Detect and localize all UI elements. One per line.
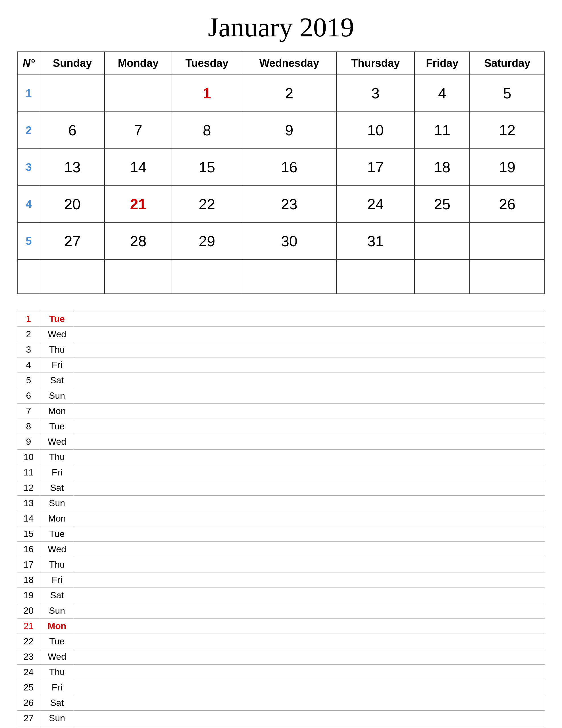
list-row: 25Fri xyxy=(17,680,545,695)
grid-day-cell: 30 xyxy=(242,223,336,260)
list-notes[interactable] xyxy=(74,695,545,711)
grid-day-cell: 25 xyxy=(414,186,470,223)
list-notes[interactable] xyxy=(74,465,545,480)
list-day-name: Mon xyxy=(40,726,74,728)
list-row: 24Thu xyxy=(17,665,545,680)
list-notes[interactable] xyxy=(74,511,545,526)
list-notes[interactable] xyxy=(74,665,545,680)
list-notes[interactable] xyxy=(74,480,545,496)
list-notes[interactable] xyxy=(74,404,545,419)
list-row: 27Sun xyxy=(17,711,545,726)
list-day-name: Sun xyxy=(40,603,74,619)
grid-week-num: 5 xyxy=(17,223,40,260)
list-notes[interactable] xyxy=(74,711,545,726)
list-day-num: 16 xyxy=(17,542,40,557)
list-row: 9Wed xyxy=(17,434,545,450)
grid-day-cell: 29 xyxy=(172,223,242,260)
list-notes[interactable] xyxy=(74,526,545,542)
list-row: 13Sun xyxy=(17,496,545,511)
list-day-num: 4 xyxy=(17,357,40,373)
list-notes[interactable] xyxy=(74,357,545,373)
list-row: 3Thu xyxy=(17,342,545,357)
list-day-name: Sat xyxy=(40,588,74,603)
list-notes[interactable] xyxy=(74,450,545,465)
list-notes[interactable] xyxy=(74,634,545,649)
list-day-num: 18 xyxy=(17,572,40,588)
grid-day-cell: 28 xyxy=(105,223,172,260)
grid-day-cell: 5 xyxy=(470,75,545,112)
list-day-num: 13 xyxy=(17,496,40,511)
list-notes[interactable] xyxy=(74,588,545,603)
list-notes[interactable] xyxy=(74,572,545,588)
list-day-name: Fri xyxy=(40,680,74,695)
list-notes[interactable] xyxy=(74,557,545,572)
list-day-num: 23 xyxy=(17,649,40,665)
list-row: 7Mon xyxy=(17,404,545,419)
list-day-num: 9 xyxy=(17,434,40,450)
list-notes[interactable] xyxy=(74,434,545,450)
grid-day-cell xyxy=(336,260,415,294)
list-notes[interactable] xyxy=(74,419,545,434)
list-row: 14Mon xyxy=(17,511,545,526)
list-row: 5Sat xyxy=(17,373,545,388)
list-notes[interactable] xyxy=(74,619,545,634)
grid-day-cell: 14 xyxy=(105,149,172,186)
list-day-name: Fri xyxy=(40,572,74,588)
list-notes[interactable] xyxy=(74,327,545,342)
grid-day-cell: 3 xyxy=(336,75,415,112)
list-day-num: 10 xyxy=(17,450,40,465)
list-day-name: Mon xyxy=(40,404,74,419)
list-row: 17Thu xyxy=(17,557,545,572)
list-day-num: 5 xyxy=(17,373,40,388)
grid-header-day: Sunday xyxy=(40,52,105,75)
list-day-num: 21 xyxy=(17,619,40,634)
grid-day-cell: 8 xyxy=(172,112,242,149)
list-notes[interactable] xyxy=(74,373,545,388)
list-row: 28Mon xyxy=(17,726,545,728)
grid-day-cell xyxy=(414,223,470,260)
list-day-name: Thu xyxy=(40,557,74,572)
list-notes[interactable] xyxy=(74,388,545,404)
list-notes[interactable] xyxy=(74,726,545,728)
list-notes[interactable] xyxy=(74,311,545,327)
grid-week-num: 2 xyxy=(17,112,40,149)
grid-header-day: Monday xyxy=(105,52,172,75)
list-notes[interactable] xyxy=(74,342,545,357)
list-day-num: 3 xyxy=(17,342,40,357)
grid-day-cell xyxy=(414,260,470,294)
list-day-num: 15 xyxy=(17,526,40,542)
grid-day-cell: 31 xyxy=(336,223,415,260)
grid-week-num: 4 xyxy=(17,186,40,223)
list-day-name: Mon xyxy=(40,619,74,634)
list-day-num: 12 xyxy=(17,480,40,496)
grid-day-cell: 6 xyxy=(40,112,105,149)
list-day-num: 26 xyxy=(17,695,40,711)
list-row: 12Sat xyxy=(17,480,545,496)
list-notes[interactable] xyxy=(74,680,545,695)
list-day-name: Wed xyxy=(40,542,74,557)
list-day-num: 24 xyxy=(17,665,40,680)
grid-day-cell xyxy=(242,260,336,294)
list-notes[interactable] xyxy=(74,603,545,619)
list-notes[interactable] xyxy=(74,649,545,665)
list-row: 4Fri xyxy=(17,357,545,373)
grid-day-cell: 17 xyxy=(336,149,415,186)
list-notes[interactable] xyxy=(74,496,545,511)
grid-week-num: 3 xyxy=(17,149,40,186)
grid-day-cell: 18 xyxy=(414,149,470,186)
grid-day-cell: 23 xyxy=(242,186,336,223)
list-row: 10Thu xyxy=(17,450,545,465)
list-day-name: Sat xyxy=(40,695,74,711)
list-row: 1Tue xyxy=(17,311,545,327)
list-notes[interactable] xyxy=(74,542,545,557)
grid-day-cell: 11 xyxy=(414,112,470,149)
list-day-num: 22 xyxy=(17,634,40,649)
list-day-name: Fri xyxy=(40,465,74,480)
list-row: 20Sun xyxy=(17,603,545,619)
grid-day-cell: 19 xyxy=(470,149,545,186)
list-day-name: Thu xyxy=(40,450,74,465)
list-day-num: 6 xyxy=(17,388,40,404)
list-day-num: 2 xyxy=(17,327,40,342)
list-day-num: 27 xyxy=(17,711,40,726)
list-day-num: 17 xyxy=(17,557,40,572)
